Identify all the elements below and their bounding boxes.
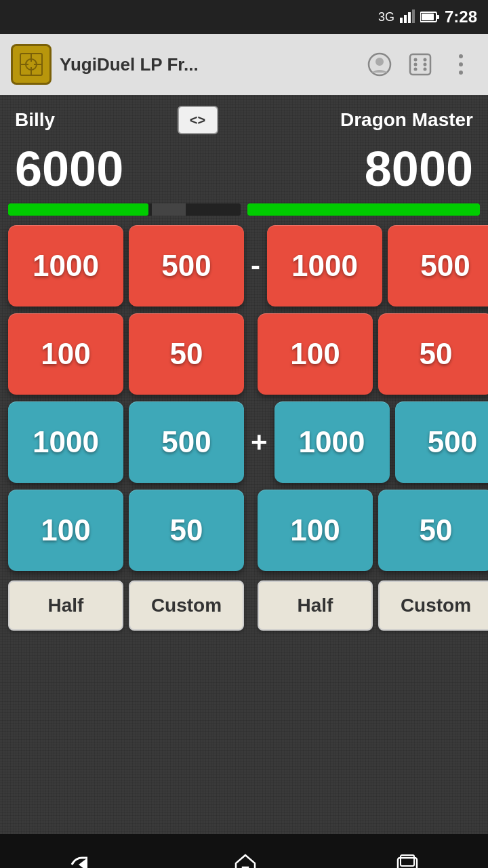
svg-point-20 <box>424 63 427 66</box>
add-row-2: 100 50 100 50 <box>8 490 480 571</box>
svg-point-25 <box>459 71 463 75</box>
subtract-row-1: 1000 500 - 1000 500 <box>8 225 480 307</box>
left-add-500[interactable]: 500 <box>129 401 244 483</box>
recent-apps-button[interactable] <box>395 854 420 868</box>
dice-button[interactable] <box>404 48 436 81</box>
action-row: Half Custom Half Custom <box>8 580 480 631</box>
right-add-500[interactable]: 500 <box>395 401 488 483</box>
right-add-100[interactable]: 100 <box>258 490 373 571</box>
right-add-1000[interactable]: 1000 <box>274 401 390 483</box>
svg-point-15 <box>375 58 384 66</box>
right-subtract-500[interactable]: 500 <box>388 225 488 307</box>
left-subtract-500[interactable]: 500 <box>129 225 244 307</box>
left-add-large: 1000 500 <box>8 401 244 483</box>
svg-point-24 <box>459 62 463 66</box>
subtract-row-2: 100 50 100 50 <box>8 313 480 395</box>
left-health-bar <box>8 203 241 216</box>
right-actions: Half Custom <box>258 580 488 631</box>
svg-point-21 <box>414 68 418 71</box>
svg-rect-5 <box>436 15 439 19</box>
left-add-1000[interactable]: 1000 <box>8 401 123 483</box>
svg-rect-16 <box>410 54 430 75</box>
right-subtract-small: 100 50 <box>258 313 488 395</box>
right-add-50[interactable]: 50 <box>378 490 488 571</box>
left-subtract-100[interactable]: 100 <box>8 313 123 395</box>
app-bar: YugiDuel LP Fr... <box>0 34 488 95</box>
main-content: Billy <> Dragon Master 6000 8000 1000 50… <box>0 95 488 834</box>
left-subtract-small: 100 50 <box>8 313 244 395</box>
left-player-name: Billy <box>15 109 55 131</box>
lp-row: 6000 8000 <box>8 141 480 197</box>
left-actions: Half Custom <box>8 580 244 631</box>
profile-button[interactable] <box>363 48 396 81</box>
svg-point-17 <box>414 58 418 62</box>
left-subtract-50[interactable]: 50 <box>129 313 244 395</box>
left-subtract-large: 1000 500 <box>8 225 244 307</box>
left-lp-value: 6000 <box>15 141 123 197</box>
add-row-1: 1000 500 + 1000 500 <box>8 401 480 483</box>
right-health-bar <box>247 203 480 216</box>
right-half-button[interactable]: Half <box>258 580 373 631</box>
svg-rect-2 <box>408 12 411 23</box>
home-button[interactable] <box>233 852 258 868</box>
bottom-nav <box>0 834 488 868</box>
left-custom-button[interactable]: Custom <box>129 580 244 631</box>
add-op: + <box>251 426 268 458</box>
svg-rect-1 <box>404 15 407 23</box>
right-custom-button[interactable]: Custom <box>378 580 488 631</box>
svg-rect-0 <box>400 18 403 23</box>
svg-point-23 <box>459 54 463 58</box>
right-add-small: 100 50 <box>258 490 488 571</box>
health-bars <box>8 203 480 216</box>
svg-point-18 <box>424 58 427 62</box>
svg-point-19 <box>414 63 418 66</box>
more-options-button[interactable] <box>445 48 477 81</box>
battery-icon <box>420 11 439 23</box>
swap-button[interactable]: <> <box>178 106 218 134</box>
svg-rect-6 <box>422 14 434 20</box>
left-add-100[interactable]: 100 <box>8 490 123 571</box>
signal-indicator: 3G <box>378 10 394 24</box>
svg-rect-27 <box>401 855 414 866</box>
back-button[interactable] <box>68 854 96 868</box>
left-add-50[interactable]: 50 <box>129 490 244 571</box>
left-half-button[interactable]: Half <box>8 580 123 631</box>
right-subtract-large: 1000 500 <box>267 225 488 307</box>
right-player-name: Dragon Master <box>340 109 473 131</box>
player-header: Billy <> Dragon Master <box>8 106 480 134</box>
time-display: 7:28 <box>445 7 477 26</box>
status-bar: 3G 7:28 <box>0 0 488 34</box>
right-subtract-1000[interactable]: 1000 <box>267 225 382 307</box>
subtract-op: - <box>251 250 260 282</box>
left-add-small: 100 50 <box>8 490 244 571</box>
right-subtract-50[interactable]: 50 <box>378 313 488 395</box>
svg-point-22 <box>424 68 427 71</box>
app-logo <box>11 44 52 85</box>
signal-bars-icon <box>400 9 415 24</box>
right-subtract-100[interactable]: 100 <box>258 313 373 395</box>
app-title: YugiDuel LP Fr... <box>60 54 355 75</box>
svg-rect-3 <box>412 9 415 23</box>
left-subtract-1000[interactable]: 1000 <box>8 225 123 307</box>
right-add-large: 1000 500 <box>274 401 488 483</box>
right-lp-value: 8000 <box>365 141 473 197</box>
